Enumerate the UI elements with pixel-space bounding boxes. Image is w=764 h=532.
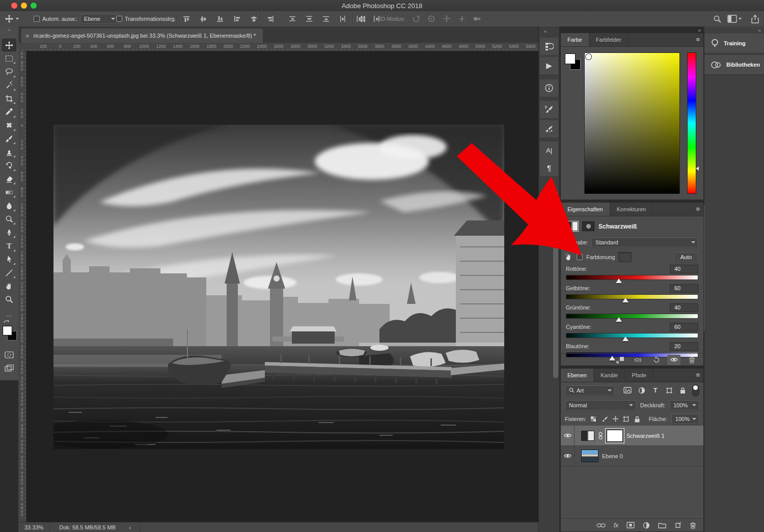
history-panel-button[interactable] xyxy=(540,38,558,55)
slider-track-rottoene[interactable] xyxy=(566,275,698,280)
align-top-button[interactable] xyxy=(180,13,193,24)
hue-slider[interactable] xyxy=(687,52,696,194)
lasso-tool[interactable] xyxy=(2,66,16,78)
tab-korrekturen[interactable]: Korrekturen xyxy=(610,203,653,216)
preset-dropdown[interactable]: Standard xyxy=(591,237,698,247)
adjustment-layer-thumbnail[interactable] xyxy=(581,431,594,441)
fill-dropdown[interactable]: 100% xyxy=(671,414,699,424)
new-layer-icon[interactable] xyxy=(674,522,681,528)
character-panel-button[interactable]: A| xyxy=(540,142,558,159)
transform-controls-checkbox[interactable] xyxy=(116,16,122,22)
document-image[interactable] xyxy=(53,125,504,449)
layer-filter-type-dropdown[interactable]: Art xyxy=(565,385,615,396)
type-tool[interactable]: T xyxy=(2,240,16,253)
align-right-button[interactable] xyxy=(264,13,277,24)
blend-mode-dropdown[interactable]: Normal xyxy=(565,400,636,410)
tab-kanaele[interactable]: Kanäle xyxy=(594,369,625,382)
zoom-level[interactable]: 33.33% xyxy=(18,524,49,530)
slider-track-cyantoene[interactable] xyxy=(566,333,698,338)
status-expand-chevron[interactable]: › xyxy=(129,524,131,530)
slider-value-rottoene[interactable]: 40 xyxy=(670,265,698,273)
link-layers-icon[interactable] xyxy=(596,523,606,528)
3d-drag-icon[interactable] xyxy=(442,14,451,23)
distribute-top-button[interactable] xyxy=(286,13,298,24)
auto-button[interactable]: Auto xyxy=(674,252,698,262)
tab-eigenschaften[interactable]: Eigenschaften xyxy=(561,203,610,216)
marquee-tool[interactable] xyxy=(2,52,16,65)
layer-row-schwarzweiss[interactable]: Schwarzweiß 1 xyxy=(561,426,703,446)
3d-roll-icon[interactable] xyxy=(427,14,436,23)
saturation-brightness-field[interactable] xyxy=(584,52,680,194)
align-left-button[interactable] xyxy=(231,13,243,24)
foreground-color-swatch[interactable] xyxy=(565,53,576,64)
view-previous-state-icon[interactable] xyxy=(632,355,645,365)
panel-menu-icon[interactable]: ≡ xyxy=(696,371,700,379)
filter-type-layers-icon[interactable]: T xyxy=(650,386,660,395)
eraser-tool[interactable] xyxy=(2,173,16,185)
slider-value-cyantoene[interactable]: 60 xyxy=(670,323,698,331)
foreground-color[interactable] xyxy=(3,326,12,335)
delete-adjustment-trash-icon[interactable] xyxy=(685,355,698,365)
3d-rotate-icon[interactable] xyxy=(412,14,421,23)
tab-ebenen[interactable]: Ebenen xyxy=(561,369,594,382)
tab-farbe[interactable]: Farbe xyxy=(561,33,589,46)
panel-menu-icon[interactable]: ≡ xyxy=(696,205,700,213)
clip-to-layer-icon[interactable] xyxy=(614,355,627,365)
healing-brush-tool[interactable] xyxy=(2,119,16,132)
distribute-bottom-button[interactable] xyxy=(320,13,332,24)
quick-selection-tool[interactable] xyxy=(2,79,16,92)
layer-visibility-eye-icon[interactable] xyxy=(561,426,575,445)
panel-menu-icon[interactable]: ≡ xyxy=(696,36,700,43)
auto-select-checkbox[interactable] xyxy=(34,16,40,22)
layer-name[interactable]: Schwarzweiß 1 xyxy=(626,433,665,439)
actions-panel-button[interactable]: ▶ xyxy=(540,57,558,74)
share-icon[interactable] xyxy=(749,13,761,24)
distribute-left-button[interactable] xyxy=(337,13,349,24)
info-panel-button[interactable] xyxy=(540,79,558,97)
lock-pixels-icon[interactable] xyxy=(602,414,608,424)
blur-tool[interactable] xyxy=(2,200,16,212)
visibility-eye-icon[interactable] xyxy=(667,355,680,365)
3d-slide-icon[interactable] xyxy=(457,14,467,23)
layer-visibility-eye-icon[interactable] xyxy=(561,446,575,466)
align-horizontal-center-button[interactable] xyxy=(248,13,260,24)
brush-settings-panel-button[interactable] xyxy=(540,101,558,118)
layer-mask-thumbnail[interactable] xyxy=(607,430,623,442)
expand-panels-chevron[interactable]: « xyxy=(544,29,547,34)
align-vertical-center-button[interactable] xyxy=(197,13,209,24)
slider-value-gelbtoene[interactable]: 60 xyxy=(670,284,698,293)
screen-mode-button[interactable] xyxy=(2,361,16,374)
adjustment-mask-icon[interactable] xyxy=(582,221,594,231)
workspace-switcher[interactable] xyxy=(727,11,742,26)
distribute-spacing-button[interactable] xyxy=(357,13,369,24)
slider-track-gelbtoene[interactable] xyxy=(566,294,698,299)
libraries-panel-button[interactable]: Bibliotheken xyxy=(704,55,764,75)
tab-pfade[interactable]: Pfade xyxy=(625,369,653,382)
color-field-marker[interactable] xyxy=(586,54,591,60)
close-tab-icon[interactable]: × xyxy=(25,32,30,40)
distribute-vertical-center-button[interactable] xyxy=(303,13,315,24)
filter-smart-objects-icon[interactable] xyxy=(678,386,688,395)
history-brush-tool[interactable] xyxy=(2,159,16,172)
hand-tool[interactable] xyxy=(2,279,16,292)
lock-transparency-icon[interactable] xyxy=(590,414,597,424)
filter-shape-layers-icon[interactable] xyxy=(664,386,674,395)
3d-camera-icon[interactable] xyxy=(473,14,482,23)
brush-tool[interactable] xyxy=(2,132,16,145)
collapse-dock-chevron[interactable]: « xyxy=(758,27,761,33)
current-tool-button[interactable] xyxy=(5,11,19,26)
gradient-tool[interactable] xyxy=(2,186,16,199)
lock-artboard-icon[interactable] xyxy=(623,414,630,424)
paragraph-panel-button[interactable]: ¶ xyxy=(540,159,558,176)
new-adjustment-layer-icon[interactable] xyxy=(643,522,650,529)
slider-value-blautoene[interactable]: 20 xyxy=(670,342,698,351)
reset-icon[interactable] xyxy=(649,355,663,365)
new-group-folder-icon[interactable] xyxy=(658,522,666,528)
eyedropper-tool[interactable] xyxy=(2,106,16,119)
search-icon[interactable] xyxy=(711,13,723,24)
line-tool[interactable] xyxy=(2,266,16,279)
lock-all-icon[interactable] xyxy=(634,414,640,424)
layer-style-fx-icon[interactable]: fx xyxy=(614,522,618,529)
tab-farbfelder[interactable]: Farbfelder xyxy=(589,33,629,46)
image-layer-thumbnail[interactable] xyxy=(581,450,598,462)
